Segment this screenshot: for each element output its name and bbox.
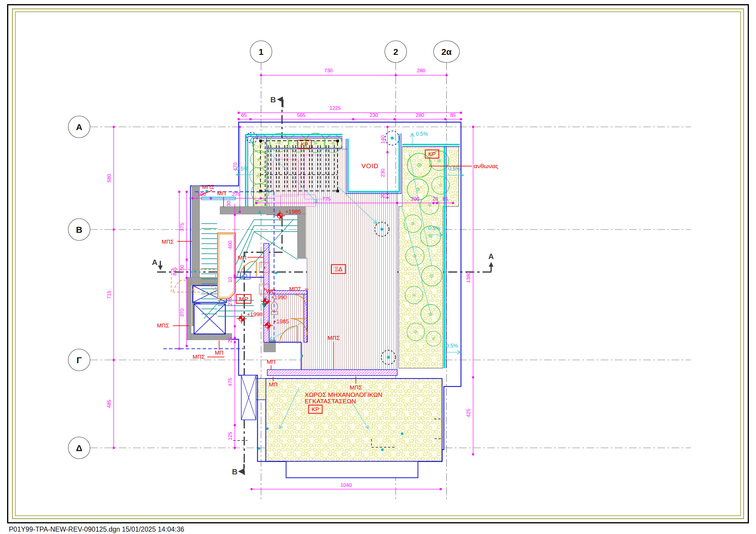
label-mp-1: ΜΠ: [217, 190, 226, 196]
dim-280: 280: [417, 68, 425, 73]
dim-65: 65: [241, 113, 247, 118]
label-mp-room: MP: [239, 295, 248, 302]
grid-label-A: A: [76, 122, 82, 132]
level-1990-a: +1990: [247, 311, 262, 318]
label-mech-2: ΕΓΚΑΤΑΣΤΑΣΕΩΝ: [305, 398, 356, 404]
dim-730: 730: [324, 68, 333, 73]
grid-label-B: B: [76, 225, 82, 235]
label-deck: ΞΔ: [335, 266, 342, 272]
section-a-label-right: A: [488, 252, 494, 261]
label-anthonas: ανθωνας: [474, 163, 498, 169]
label-kp-2: ΚΡ: [428, 151, 436, 157]
dim-100: 100: [198, 191, 206, 197]
dim-485: 485: [106, 400, 112, 408]
label-mp-2: ΜΠ: [238, 255, 247, 261]
dim-125: 125: [228, 432, 233, 440]
slope-right1: 0.5%: [448, 166, 460, 172]
section-b-label-bottom: B: [232, 467, 238, 476]
grid-label-2: 2: [393, 47, 398, 57]
label-mech-1: ΧΩΡΟΣ ΜΗΧΑΝΟΛΟΓΙΚΩΝ: [305, 391, 382, 398]
dim-200: 200: [411, 196, 419, 202]
dim-370: 370: [179, 309, 185, 317]
label-wc: WC: [266, 288, 276, 294]
section-b-arrow-top: [277, 96, 283, 102]
label-mps-6: ΜΠΣ: [328, 335, 339, 341]
dim-270: 270: [228, 297, 233, 306]
level-1990-b: +1990: [271, 294, 287, 300]
lower-step: [286, 461, 418, 478]
dim-25: 25: [228, 337, 233, 343]
label-kp-1: ΚΡ: [301, 141, 308, 147]
label-kp-3: ΚΡ: [311, 406, 319, 413]
dim-275: 275: [232, 191, 240, 197]
label-void: VOID: [362, 162, 379, 170]
dim-230v: 230: [380, 169, 386, 177]
level-1985-b: +1985: [273, 318, 289, 324]
slope-topright: 0.5%: [416, 131, 428, 137]
dim-1225: 1225: [330, 105, 341, 111]
dim-20d: 20: [433, 196, 438, 202]
drawing-sheet: 1 2 2α A B Γ Δ A A B B: [0, 0, 756, 534]
dim-100b: 100: [179, 265, 185, 273]
dim-85d: 85: [443, 196, 448, 202]
dim-565: 565: [297, 113, 305, 118]
dim-470: 470: [232, 163, 238, 171]
label-mp-3: ΜΠ: [215, 350, 224, 356]
grid-label-D: Δ: [76, 443, 82, 453]
slope-left: 0.5%: [236, 166, 248, 172]
dim-400: 400: [228, 241, 233, 249]
dim-280b: 280: [416, 113, 424, 118]
dim-425: 425: [466, 409, 471, 417]
dim-140: 140: [380, 136, 386, 144]
dim-375: 375: [179, 223, 185, 231]
grid-label-G: Γ: [76, 355, 82, 365]
slope-right2: 0.5%: [428, 225, 440, 231]
label-mp-4: ΜΠ: [267, 359, 276, 365]
dim-475: 475: [228, 378, 233, 386]
label-mps-4: ΜΠΣ: [193, 354, 205, 360]
dim-1380: 1380: [466, 272, 471, 283]
label-mps-7: ΜΠΣ: [350, 384, 362, 391]
label-mps-1: ΜΠΣ: [202, 184, 214, 190]
dim-85t: 85: [450, 113, 456, 118]
floor-plan-canvas: 1 2 2α A B Γ Δ A A B B: [0, 0, 756, 534]
label-mps-3: ΜΠΣ: [157, 322, 169, 329]
sink: [241, 272, 250, 279]
level-1985-a: +1985: [285, 209, 301, 215]
section-b-arrow-bottom: [238, 469, 244, 474]
dim-775: 775: [322, 196, 331, 202]
dim-10: 10: [228, 277, 233, 283]
section-a-arrow-left: [158, 266, 163, 270]
file-stamp: P01Y99-TPA-NEW-REV-090125.dgn 15/01/2025…: [9, 525, 184, 533]
label-mps-5: ΜΠΣ: [289, 286, 301, 292]
grid-label-2a: 2α: [441, 47, 452, 57]
dim-580: 580: [106, 174, 112, 182]
grid-label-1: 1: [259, 47, 264, 57]
dim-30: 30: [226, 201, 231, 207]
dim-20v: 20: [380, 193, 386, 198]
slope-right3: 0.5%: [446, 343, 458, 349]
label-mp-5: ΜΠ: [269, 381, 278, 388]
section-a-label-left: A: [152, 258, 158, 267]
dim-1040: 1040: [340, 482, 352, 488]
dim-230t: 230: [370, 113, 378, 118]
dim-715: 715: [106, 291, 112, 299]
section-a-arrow-right: [489, 262, 494, 267]
label-mps-2: ΜΠΣ: [162, 239, 174, 245]
section-b-label-top: B: [271, 95, 276, 104]
dim-845: 845: [172, 267, 177, 276]
